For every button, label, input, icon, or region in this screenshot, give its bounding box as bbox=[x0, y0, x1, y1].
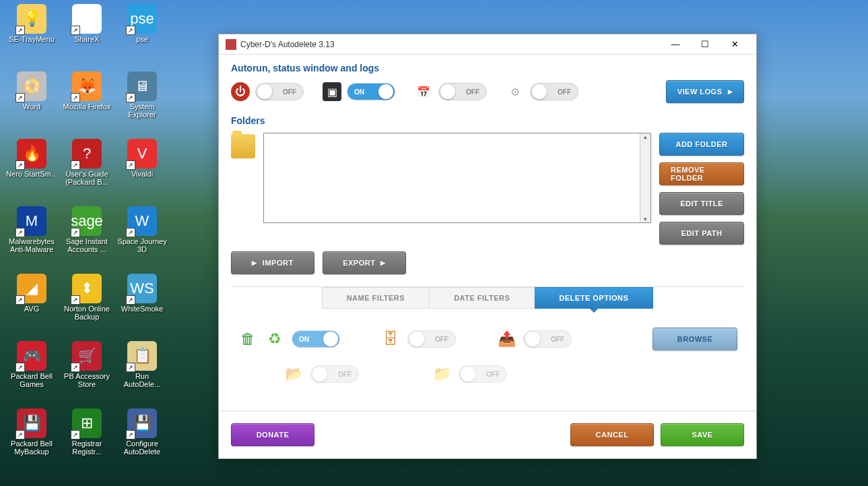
tab-name-filters[interactable]: NAME FILTERS bbox=[322, 287, 430, 309]
section-autorun-title: Autorun, status window and logs bbox=[231, 63, 744, 73]
desktop-icon[interactable]: ⊞↗Registrar Registr... bbox=[61, 408, 113, 473]
desktop-icon[interactable]: WS↗WhiteSmoke bbox=[116, 274, 168, 338]
maximize-button[interactable]: ☐ bbox=[690, 35, 720, 54]
remove-folder-button[interactable]: REMOVE FOLDER bbox=[659, 162, 744, 185]
desktop-icon[interactable]: ◢↗AVG bbox=[5, 274, 58, 338]
toggles-row: ⏻ OFF ▣ ON 📅 OFF ⚙ OFF VIEW LOGS▶ bbox=[231, 80, 744, 103]
folder-delete-icon: 📁 bbox=[432, 364, 452, 384]
desktop-icon[interactable]: W↗Space Journey 3D bbox=[116, 206, 168, 271]
app-window: Cyber-D's Autodelete 3.13 — ☐ ✕ Autorun,… bbox=[218, 34, 757, 459]
cancel-button[interactable]: CANCEL bbox=[570, 423, 654, 446]
window-title: Cyber-D's Autodelete 3.13 bbox=[240, 40, 661, 49]
gear-icon: ⚙ bbox=[506, 82, 525, 101]
desktop-icon[interactable]: 🎮↗Packard Bell Games bbox=[5, 341, 58, 406]
desktop-icon[interactable]: 🛒↗PB Accessory Store bbox=[61, 341, 113, 406]
calendar-toggle[interactable]: OFF bbox=[438, 83, 487, 100]
edit-path-button[interactable]: EDIT PATH bbox=[659, 222, 744, 245]
desktop-icon[interactable]: 💡↗SE-TrayMenu bbox=[5, 4, 58, 69]
donate-button[interactable]: DONATE bbox=[231, 423, 314, 446]
view-logs-button[interactable]: VIEW LOGS▶ bbox=[666, 80, 744, 103]
desktop-icon[interactable]: 🔥↗Nero StartSm... bbox=[5, 139, 58, 204]
close-button[interactable]: ✕ bbox=[720, 35, 749, 54]
gear-toggle[interactable]: OFF bbox=[530, 83, 578, 100]
save-button[interactable]: SAVE bbox=[661, 423, 744, 446]
tabs: NAME FILTERS DATE FILTERS DELETE OPTIONS bbox=[231, 287, 744, 309]
move-icon: 📤 bbox=[496, 329, 516, 349]
power-toggle[interactable]: OFF bbox=[255, 83, 304, 100]
desktop-icon[interactable]: 📀↗Word bbox=[5, 71, 58, 136]
section-folders-title: Folders bbox=[231, 115, 744, 126]
desktop: 💡↗SE-TrayMenu◯↗ShareXpse↗pse📀↗Word🦊↗Mozi… bbox=[5, 4, 168, 473]
desktop-icon[interactable]: 📋↗Run AutoDele... bbox=[116, 341, 168, 406]
desktop-icon[interactable]: 💾↗Configure AutoDelete bbox=[116, 408, 168, 473]
tab-delete-options[interactable]: DELETE OPTIONS bbox=[535, 287, 653, 309]
tab-date-filters[interactable]: DATE FILTERS bbox=[430, 287, 535, 309]
titlebar: Cyber-D's Autodelete 3.13 — ☐ ✕ bbox=[219, 34, 756, 55]
desktop-icon[interactable]: 🖥↗System Explorer bbox=[116, 71, 168, 136]
trash-icon: 🗑 bbox=[238, 329, 258, 349]
recycle-icon: ♻ bbox=[265, 329, 285, 349]
secure-delete-icon: 🗄 bbox=[380, 329, 401, 349]
desktop-icon[interactable]: V↗Vivaldi bbox=[116, 139, 168, 204]
add-folder-button[interactable]: ADD FOLDER bbox=[659, 133, 744, 156]
trash-toggle[interactable]: ON bbox=[292, 330, 340, 348]
delete-options-panel: 🗑 ♻ ON 🗄 OFF 📤 OFF BROWSE bbox=[231, 309, 744, 357]
desktop-icon[interactable]: pse↗pse bbox=[116, 4, 168, 69]
folder2-toggle[interactable]: OFF bbox=[459, 365, 507, 383]
desktop-icon[interactable]: 🦊↗Mozilla Firefox bbox=[61, 71, 113, 136]
desktop-icon[interactable]: sage↗Sage Instant Accounts ... bbox=[61, 206, 113, 271]
browse-button[interactable]: BROWSE bbox=[653, 328, 737, 351]
terminal-toggle[interactable]: ON bbox=[347, 83, 395, 100]
scrollbar[interactable]: ▴▾ bbox=[640, 133, 650, 222]
secure-toggle[interactable]: OFF bbox=[407, 330, 456, 348]
folder-icon bbox=[231, 134, 255, 158]
desktop-icon[interactable]: ?↗User's Guide (Packard B... bbox=[61, 139, 113, 204]
export-button[interactable]: EXPORT▶ bbox=[323, 251, 406, 274]
desktop-icon[interactable]: ◯↗ShareX bbox=[61, 4, 113, 69]
folder1-toggle[interactable]: OFF bbox=[310, 365, 359, 383]
app-icon bbox=[226, 39, 236, 50]
edit-title-button[interactable]: EDIT TITLE bbox=[659, 192, 744, 215]
move-toggle[interactable]: OFF bbox=[523, 330, 572, 348]
terminal-icon: ▣ bbox=[323, 82, 341, 101]
power-icon: ⏻ bbox=[231, 82, 250, 101]
desktop-icon[interactable]: ⬍↗Norton Online Backup bbox=[61, 274, 113, 338]
import-button[interactable]: ▶IMPORT bbox=[231, 251, 314, 274]
desktop-icon[interactable]: 💾↗Packard Bell MyBackup bbox=[5, 408, 58, 473]
calendar-icon: 📅 bbox=[414, 82, 433, 101]
folder-list[interactable]: ▴▾ bbox=[263, 133, 651, 223]
footer: DONATE CANCEL SAVE bbox=[219, 411, 756, 458]
minimize-button[interactable]: — bbox=[661, 35, 690, 54]
desktop-icon[interactable]: M↗Malwarebytes Anti-Malware bbox=[5, 206, 58, 271]
folder-open-icon: 📂 bbox=[283, 364, 304, 384]
